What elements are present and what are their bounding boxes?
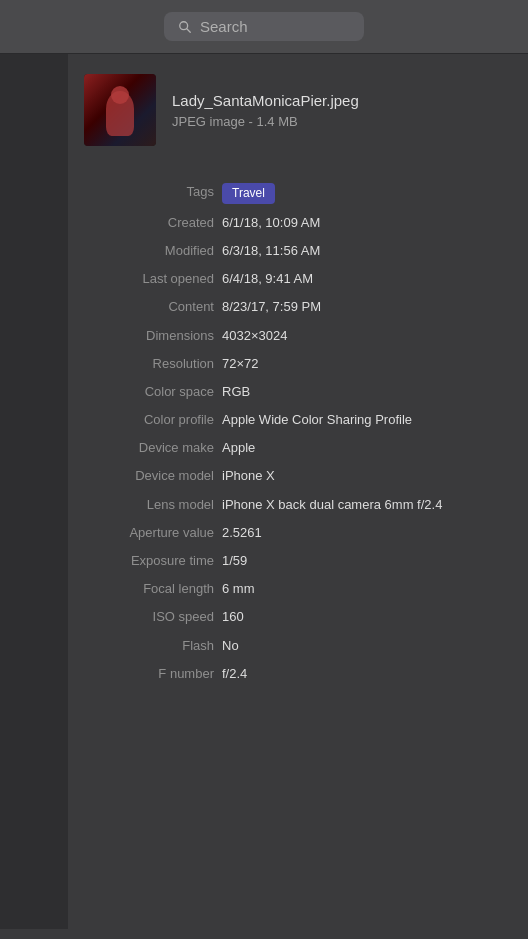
metadata-value: Apple Wide Color Sharing Profile [222,411,508,429]
metadata-value: iPhone X [222,467,508,485]
metadata-row: Modified6/3/18, 11:56 AM [84,237,508,265]
metadata-table: TagsTravelCreated6/1/18, 10:09 AMModifie… [84,178,508,688]
metadata-row: Last opened6/4/18, 9:41 AM [84,265,508,293]
metadata-label: Device make [84,439,214,455]
metadata-row: Lens modeliPhone X back dual camera 6mm … [84,491,508,519]
search-placeholder: Search [200,18,248,35]
metadata-row: Resolution72×72 [84,350,508,378]
metadata-row: ISO speed160 [84,603,508,631]
metadata-value: 8/23/17, 7:59 PM [222,298,508,316]
metadata-value: 160 [222,608,508,626]
metadata-value: 6/3/18, 11:56 AM [222,242,508,260]
metadata-value: Apple [222,439,508,457]
metadata-label: Modified [84,242,214,258]
info-panel: Lady_SantaMonicaPier.jpeg JPEG image - 1… [68,54,528,929]
metadata-label: ISO speed [84,608,214,624]
metadata-label: Content [84,298,214,314]
metadata-row: FlashNo [84,632,508,660]
search-bar-area: Search [0,0,528,54]
file-name: Lady_SantaMonicaPier.jpeg [172,91,508,111]
metadata-label: Color space [84,383,214,399]
metadata-value: RGB [222,383,508,401]
metadata-label: Aperture value [84,524,214,540]
metadata-row: Device modeliPhone X [84,462,508,490]
metadata-row: Aperture value2.5261 [84,519,508,547]
metadata-value: 4032×3024 [222,327,508,345]
metadata-row: Color spaceRGB [84,378,508,406]
metadata-value[interactable]: Travel [222,183,508,204]
metadata-row: Device makeApple [84,434,508,462]
metadata-label: Color profile [84,411,214,427]
tag-badge[interactable]: Travel [222,183,275,204]
metadata-label: Exposure time [84,552,214,568]
metadata-label: Resolution [84,355,214,371]
metadata-value: 6/1/18, 10:09 AM [222,214,508,232]
metadata-value: 2.5261 [222,524,508,542]
metadata-label: Device model [84,467,214,483]
metadata-value: 6 mm [222,580,508,598]
metadata-row: Dimensions4032×3024 [84,322,508,350]
metadata-label: Lens model [84,496,214,512]
metadata-label: Dimensions [84,327,214,343]
metadata-value: No [222,637,508,655]
metadata-label: Created [84,214,214,230]
metadata-row: Color profileApple Wide Color Sharing Pr… [84,406,508,434]
sidebar [0,54,68,929]
metadata-row: Exposure time1/59 [84,547,508,575]
metadata-label: Last opened [84,270,214,286]
metadata-value: 72×72 [222,355,508,373]
search-field[interactable]: Search [164,12,364,41]
metadata-value: 1/59 [222,552,508,570]
metadata-row: Created6/1/18, 10:09 AM [84,209,508,237]
file-header: Lady_SantaMonicaPier.jpeg JPEG image - 1… [84,74,508,146]
metadata-value: 6/4/18, 9:41 AM [222,270,508,288]
main-content: Lady_SantaMonicaPier.jpeg JPEG image - 1… [0,54,528,929]
thumbnail-image [84,74,156,146]
metadata-row: TagsTravel [84,178,508,209]
file-thumbnail [84,74,156,146]
metadata-label: Tags [84,183,214,199]
metadata-row: Content8/23/17, 7:59 PM [84,293,508,321]
file-type: JPEG image - 1.4 MB [172,114,508,129]
file-info: Lady_SantaMonicaPier.jpeg JPEG image - 1… [172,91,508,130]
svg-line-1 [187,28,191,32]
metadata-row: F numberf/2.4 [84,660,508,688]
search-icon [178,20,192,34]
metadata-value: f/2.4 [222,665,508,683]
metadata-label: Focal length [84,580,214,596]
metadata-label: F number [84,665,214,681]
metadata-label: Flash [84,637,214,653]
metadata-row: Focal length6 mm [84,575,508,603]
metadata-value: iPhone X back dual camera 6mm f/2.4 [222,496,508,514]
